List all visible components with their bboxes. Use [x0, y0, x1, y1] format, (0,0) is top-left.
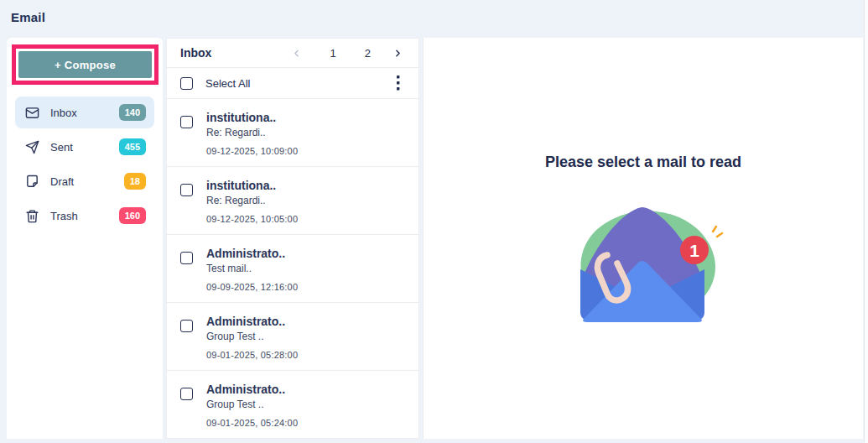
sidebar-nav: Inbox 140 Sent 455 Draft 18 — [7, 96, 163, 232]
sidebar-item-inbox[interactable]: Inbox 140 — [15, 96, 154, 128]
email-checkbox[interactable] — [180, 252, 193, 264]
select-all-row: Select All — [167, 68, 418, 99]
email-list-item[interactable]: institutiona.. Re: Regardi.. 09-12-2025,… — [167, 167, 418, 235]
email-date: 09-01-2025, 05:24:00 — [206, 418, 298, 428]
email-checkbox[interactable] — [180, 388, 193, 400]
select-all-checkbox[interactable] — [180, 77, 193, 90]
draft-note-icon — [25, 175, 39, 189]
email-subject: Group Test .. — [206, 399, 298, 410]
inbox-count-badge: 140 — [119, 104, 146, 121]
email-sender: institutiona.. — [206, 111, 298, 124]
page-scrollbar[interactable] — [864, 0, 868, 443]
email-list-item[interactable]: Administrato.. Group Test .. 09-01-2025,… — [167, 371, 418, 439]
page-2-button[interactable]: 2 — [365, 45, 371, 61]
email-subject: Test mail.. — [206, 263, 298, 274]
chevron-right-icon — [392, 48, 403, 59]
email-sender: institutiona.. — [206, 179, 298, 192]
email-date: 09-12-2025, 10:05:00 — [206, 214, 298, 224]
select-all-label: Select All — [205, 77, 250, 90]
email-checkbox[interactable] — [180, 320, 193, 332]
sidebar-item-label: Draft — [50, 175, 74, 188]
inbox-envelope-icon — [25, 106, 39, 120]
email-app: Email + Compose Inbox 140 — [0, 0, 868, 443]
page-1-button[interactable]: 1 — [330, 45, 336, 61]
page-title: Email — [11, 10, 45, 24]
email-subject: Group Test .. — [206, 331, 298, 342]
email-date: 09-09-2025, 12:16:00 — [206, 282, 298, 292]
mail-list-title: Inbox — [180, 46, 211, 60]
prev-page-button[interactable] — [291, 46, 302, 60]
pagination: 1 2 — [291, 45, 403, 61]
trash-count-badge: 160 — [119, 207, 146, 224]
topbar: Email — [0, 0, 868, 34]
email-list-item[interactable]: Administrato.. Group Test .. 09-01-2025,… — [167, 303, 418, 371]
compose-highlight-box: + Compose — [12, 44, 159, 85]
email-date: 09-12-2025, 10:09:00 — [206, 146, 298, 156]
list-menu-button[interactable] — [392, 72, 405, 94]
sidebar-item-label: Sent — [50, 141, 73, 154]
mail-list-header: Inbox 1 2 — [167, 39, 418, 68]
email-checkbox[interactable] — [180, 116, 193, 128]
next-page-button[interactable] — [392, 46, 403, 60]
email-sender: Administrato.. — [206, 315, 298, 328]
reading-pane: Please select a mail to read 1 — [423, 38, 863, 439]
sidebar-item-trash[interactable]: Trash 160 — [15, 200, 154, 232]
sidebar-item-label: Trash — [50, 210, 78, 222]
email-subject: Re: Regardi.. — [206, 127, 298, 138]
sidebar-item-label: Inbox — [50, 107, 77, 119]
draft-count-badge: 18 — [124, 173, 146, 190]
chevron-left-icon — [291, 48, 302, 59]
open-envelope-illustration: 1 — [555, 190, 731, 324]
reading-pane-placeholder: Please select a mail to read — [545, 154, 741, 171]
email-checkbox[interactable] — [180, 184, 193, 196]
kebab-menu-icon — [397, 76, 400, 91]
compose-button[interactable]: + Compose — [18, 51, 152, 78]
trash-icon — [25, 209, 39, 223]
email-list-item[interactable]: institutiona.. Re: Regardi.. 09-12-2025,… — [167, 99, 418, 167]
email-date: 09-01-2025, 05:28:00 — [206, 350, 298, 360]
main-layout: + Compose Inbox 140 Sent 455 — [0, 34, 868, 439]
email-list-item[interactable]: Administrato.. Test mail.. 09-09-2025, 1… — [167, 235, 418, 303]
email-sender: Administrato.. — [206, 247, 298, 260]
email-sender: Administrato.. — [206, 383, 298, 396]
sidebar-item-draft[interactable]: Draft 18 — [15, 165, 154, 197]
sent-count-badge: 455 — [119, 138, 146, 155]
mail-list-panel: Inbox 1 2 Select All — [166, 38, 419, 439]
email-subject: Re: Regardi.. — [206, 195, 298, 206]
sidebar-item-sent[interactable]: Sent 455 — [15, 131, 154, 163]
sidebar: + Compose Inbox 140 Sent 455 — [7, 38, 163, 439]
notification-badge-count: 1 — [689, 241, 699, 260]
send-icon — [25, 140, 39, 154]
